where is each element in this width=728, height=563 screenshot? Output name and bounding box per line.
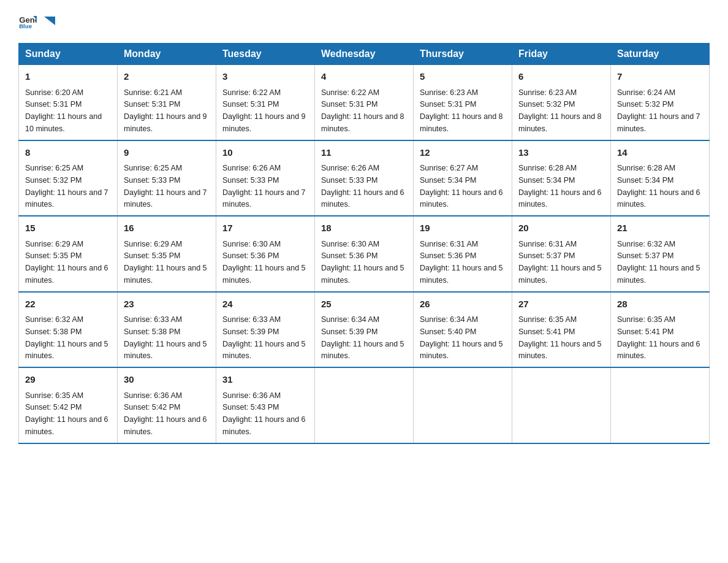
calendar-cell: 17 Sunrise: 6:30 AM Sunset: 5:36 PM Dayl… [216,216,315,292]
day-number: 10 [222,146,308,160]
calendar-cell: 6 Sunrise: 6:23 AM Sunset: 5:32 PM Dayli… [512,65,611,140]
calendar-cell: 14 Sunrise: 6:28 AM Sunset: 5:34 PM Dayl… [611,140,710,216]
day-sunset: Sunset: 5:36 PM [222,251,279,260]
day-sunset: Sunset: 5:31 PM [222,100,279,109]
day-number: 27 [518,297,604,312]
day-sunset: Sunset: 5:40 PM [420,327,476,336]
svg-text:Blue: Blue [19,23,32,29]
day-daylight: Daylight: 11 hours and 7 minutes. [222,188,306,209]
day-sunset: Sunset: 5:32 PM [25,176,82,185]
weekday-header-thursday: Thursday [414,44,512,65]
calendar-cell: 2 Sunrise: 6:21 AM Sunset: 5:31 PM Dayli… [118,65,216,140]
day-sunset: Sunset: 5:35 PM [25,251,82,260]
day-sunset: Sunset: 5:31 PM [321,100,377,109]
calendar-cell [611,367,710,443]
weekday-header-monday: Monday [118,44,216,65]
day-sunrise: Sunrise: 6:28 AM [518,164,577,172]
calendar-cell: 31 Sunrise: 6:36 AM Sunset: 5:43 PM Dayl… [216,367,315,443]
weekday-header-row: SundayMondayTuesdayWednesdayThursdayFrid… [19,44,710,65]
weekday-header-saturday: Saturday [611,44,710,65]
calendar-cell: 21 Sunrise: 6:32 AM Sunset: 5:37 PM Dayl… [611,216,710,292]
day-sunset: Sunset: 5:31 PM [420,100,476,109]
day-number: 1 [25,70,111,84]
day-daylight: Daylight: 11 hours and 6 minutes. [25,415,108,436]
day-daylight: Daylight: 11 hours and 6 minutes. [617,188,700,209]
day-sunrise: Sunrise: 6:34 AM [420,315,478,324]
day-sunrise: Sunrise: 6:28 AM [617,164,675,172]
day-sunset: Sunset: 5:34 PM [617,176,673,185]
day-daylight: Daylight: 11 hours and 5 minutes. [420,340,503,361]
day-sunrise: Sunrise: 6:26 AM [222,164,281,172]
calendar-week-row: 29 Sunrise: 6:35 AM Sunset: 5:42 PM Dayl… [19,367,710,443]
day-sunset: Sunset: 5:38 PM [124,327,180,336]
calendar-cell: 12 Sunrise: 6:27 AM Sunset: 5:34 PM Dayl… [414,140,512,216]
day-daylight: Daylight: 11 hours and 7 minutes. [25,188,108,209]
calendar-cell: 5 Sunrise: 6:23 AM Sunset: 5:31 PM Dayli… [414,65,512,140]
day-sunrise: Sunrise: 6:20 AM [25,88,83,97]
day-number: 12 [420,146,506,160]
svg-marker-3 [44,17,55,25]
day-sunrise: Sunrise: 6:26 AM [321,164,379,172]
day-daylight: Daylight: 11 hours and 5 minutes. [321,340,404,361]
logo: General Blue [18,12,55,31]
day-number: 9 [124,146,210,160]
day-number: 16 [124,221,210,236]
calendar-cell: 22 Sunrise: 6:32 AM Sunset: 5:38 PM Dayl… [19,292,118,368]
logo-icon: General Blue [18,12,37,31]
day-number: 24 [222,297,308,312]
weekday-header-wednesday: Wednesday [315,44,414,65]
calendar-cell: 24 Sunrise: 6:33 AM Sunset: 5:39 PM Dayl… [216,292,315,368]
weekday-header-friday: Friday [512,44,611,65]
calendar-cell: 30 Sunrise: 6:36 AM Sunset: 5:42 PM Dayl… [118,367,216,443]
day-daylight: Daylight: 11 hours and 6 minutes. [124,415,207,436]
calendar-cell [414,367,512,443]
day-daylight: Daylight: 11 hours and 6 minutes. [617,340,700,361]
day-number: 5 [420,70,506,84]
day-number: 18 [321,221,407,236]
day-sunset: Sunset: 5:38 PM [25,327,82,336]
day-sunset: Sunset: 5:34 PM [518,176,575,185]
calendar-cell: 1 Sunrise: 6:20 AM Sunset: 5:31 PM Dayli… [19,65,118,140]
day-number: 4 [321,70,407,84]
day-daylight: Daylight: 11 hours and 8 minutes. [321,112,404,133]
weekday-header-tuesday: Tuesday [216,44,315,65]
day-sunset: Sunset: 5:32 PM [518,100,575,109]
day-sunset: Sunset: 5:33 PM [124,176,180,185]
calendar-week-row: 15 Sunrise: 6:29 AM Sunset: 5:35 PM Dayl… [19,216,710,292]
calendar-week-row: 22 Sunrise: 6:32 AM Sunset: 5:38 PM Dayl… [19,292,710,368]
day-sunset: Sunset: 5:36 PM [420,251,476,260]
calendar-cell: 28 Sunrise: 6:35 AM Sunset: 5:41 PM Dayl… [611,292,710,368]
day-daylight: Daylight: 11 hours and 9 minutes. [124,112,207,133]
day-sunrise: Sunrise: 6:21 AM [124,88,182,97]
day-sunrise: Sunrise: 6:36 AM [124,391,182,400]
day-daylight: Daylight: 11 hours and 6 minutes. [321,188,404,209]
day-number: 29 [25,373,111,387]
day-number: 31 [222,373,308,387]
day-daylight: Daylight: 11 hours and 5 minutes. [124,264,207,285]
day-sunset: Sunset: 5:35 PM [124,251,180,260]
day-sunrise: Sunrise: 6:33 AM [222,315,281,324]
day-daylight: Daylight: 11 hours and 8 minutes. [518,112,602,133]
day-number: 3 [222,70,308,84]
day-number: 7 [617,70,703,84]
day-sunset: Sunset: 5:39 PM [321,327,377,336]
calendar-cell: 8 Sunrise: 6:25 AM Sunset: 5:32 PM Dayli… [19,140,118,216]
day-sunrise: Sunrise: 6:27 AM [420,164,478,172]
day-sunrise: Sunrise: 6:25 AM [124,164,182,172]
day-sunrise: Sunrise: 6:29 AM [25,240,83,248]
day-sunset: Sunset: 5:41 PM [617,327,673,336]
day-sunrise: Sunrise: 6:22 AM [321,88,379,97]
calendar-cell: 27 Sunrise: 6:35 AM Sunset: 5:41 PM Dayl… [512,292,611,368]
day-number: 8 [25,146,111,160]
day-sunrise: Sunrise: 6:30 AM [321,240,379,248]
day-sunset: Sunset: 5:31 PM [124,100,180,109]
day-number: 2 [124,70,210,84]
day-sunrise: Sunrise: 6:36 AM [222,391,281,400]
day-daylight: Daylight: 11 hours and 5 minutes. [124,340,207,361]
calendar-cell: 19 Sunrise: 6:31 AM Sunset: 5:36 PM Dayl… [414,216,512,292]
day-sunrise: Sunrise: 6:31 AM [518,240,577,248]
day-daylight: Daylight: 11 hours and 5 minutes. [518,264,602,285]
calendar-week-row: 8 Sunrise: 6:25 AM Sunset: 5:32 PM Dayli… [19,140,710,216]
day-sunrise: Sunrise: 6:31 AM [420,240,478,248]
day-sunrise: Sunrise: 6:25 AM [25,164,83,172]
